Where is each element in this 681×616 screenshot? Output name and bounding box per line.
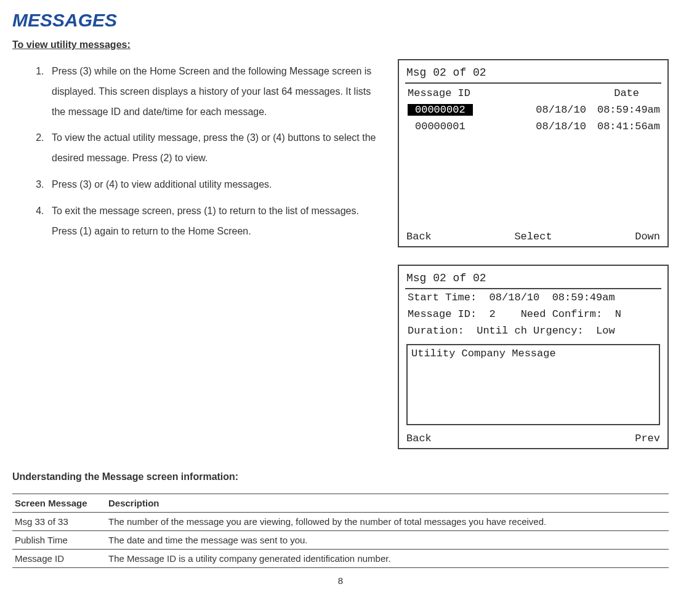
detail-message-id-confirm: Message ID: 2 Need Confirm: N xyxy=(405,306,661,322)
device-screen-message-detail: Msg 02 of 02 Start Time: 08/18/10 08:59:… xyxy=(398,265,669,449)
instruction-item: To view the actual utility message, pres… xyxy=(47,128,387,169)
column-header-date: Date xyxy=(614,87,639,99)
message-date: 08/18/10 xyxy=(536,121,586,132)
softkey-back: Back xyxy=(406,231,432,242)
table-row: Publish Time The date and time the messa… xyxy=(12,531,669,550)
section-heading-view-messages: To view utility messages: xyxy=(12,39,669,50)
page-title: MESSAGES xyxy=(12,10,669,31)
device-header: Msg 02 of 02 xyxy=(405,65,661,84)
device-header: Msg 02 of 02 xyxy=(405,271,661,289)
message-list-row: 00000001 08/18/10 08:41:56am xyxy=(405,118,661,135)
softkey-prev: Prev xyxy=(635,433,660,444)
softkey-back: Back xyxy=(406,433,432,444)
table-header-description: Description xyxy=(106,494,669,513)
detail-duration-urgency: Duration: Until ch Urgency: Low xyxy=(405,322,661,339)
message-time: 08:59:49am xyxy=(597,104,660,116)
table-row: Message ID The Message ID is a utility c… xyxy=(12,550,669,568)
message-list-row: 00000002 08/18/10 08:59:49am xyxy=(405,102,661,118)
message-date: 08/18/10 xyxy=(536,104,586,116)
instruction-item: Press (3) or (4) to view additional util… xyxy=(47,175,387,195)
instruction-item: To exit the message screen, press (1) to… xyxy=(47,201,387,242)
utility-message-box: Utility Company Message xyxy=(406,344,660,425)
softkey-select: Select xyxy=(514,231,552,242)
column-header-id: Message ID xyxy=(408,87,470,99)
instruction-item: Press (3) while on the Home Screen and t… xyxy=(47,62,387,122)
table-cell-description: The Message ID is a utility company gene… xyxy=(106,550,669,568)
message-id-selected: 00000002 xyxy=(408,104,473,116)
message-time: 08:41:56am xyxy=(597,121,660,132)
table-cell-description: The number of the message you are viewin… xyxy=(106,513,669,531)
section-heading-understanding: Understanding the Message screen informa… xyxy=(12,471,669,482)
table-header-screen-message: Screen Message xyxy=(12,494,106,513)
softkey-down: Down xyxy=(635,231,660,242)
instruction-list: Press (3) while on the Home Screen and t… xyxy=(12,62,387,241)
table-cell-screen-message: Message ID xyxy=(12,550,106,568)
detail-start-time: Start Time: 08/18/10 08:59:49am xyxy=(405,289,661,306)
table-cell-screen-message: Msg 33 of 33 xyxy=(12,513,106,531)
description-table: Screen Message Description Msg 33 of 33 … xyxy=(12,494,669,568)
utility-message-text: Utility Company Message xyxy=(411,348,556,359)
page-number: 8 xyxy=(12,575,669,586)
table-row: Msg 33 of 33 The number of the message y… xyxy=(12,513,669,531)
message-id: 00000001 xyxy=(408,121,473,132)
table-cell-description: The date and time the message was sent t… xyxy=(106,531,669,550)
table-cell-screen-message: Publish Time xyxy=(12,531,106,550)
device-screen-message-list: Msg 02 of 02 Message ID Date 00000002 08… xyxy=(398,59,669,247)
